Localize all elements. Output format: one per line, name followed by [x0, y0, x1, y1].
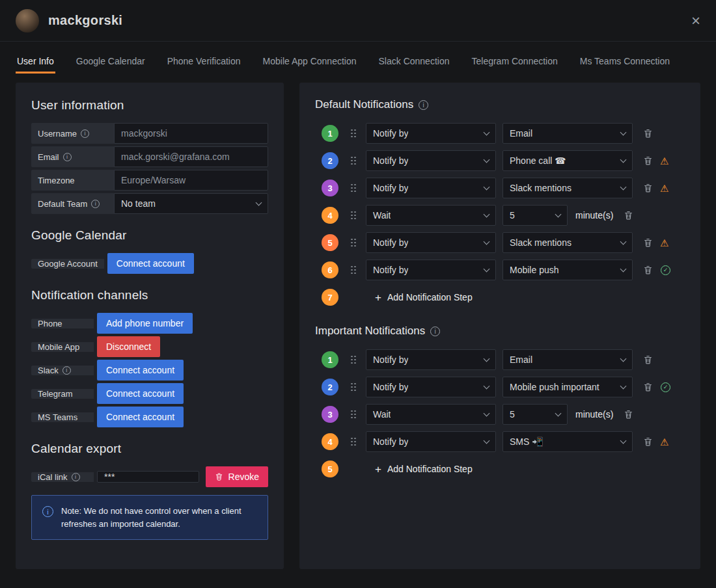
- default-team-field-row: Default Team No team: [31, 193, 268, 214]
- step-action-select[interactable]: Notify by: [366, 260, 496, 280]
- chevron-down-icon: [555, 410, 562, 417]
- chevron-down-icon: [620, 157, 627, 163]
- delete-step-button[interactable]: [642, 181, 654, 194]
- step-action-select[interactable]: Notify by: [366, 123, 496, 144]
- trash-icon: [624, 409, 633, 420]
- google-calendar-heading: Google Calendar: [31, 228, 268, 243]
- email-input[interactable]: mack.gorski@grafana.com: [114, 146, 268, 167]
- drag-handle-icon[interactable]: [350, 239, 357, 247]
- tab-bar: User Info Google Calendar Phone Verifica…: [0, 42, 716, 74]
- step-channel-select[interactable]: Phone call ☎: [503, 150, 633, 171]
- tab-telegram-connection[interactable]: Telegram Connection: [470, 52, 558, 74]
- chevron-down-icon: [484, 266, 490, 273]
- delete-step-button[interactable]: [642, 154, 654, 167]
- drag-handle-icon[interactable]: [350, 157, 357, 165]
- tab-phone-verification[interactable]: Phone Verification: [166, 52, 242, 74]
- mobile-app-disconnect-button[interactable]: Disconnect: [97, 336, 160, 357]
- google-connect-account-button[interactable]: Connect account: [107, 253, 194, 274]
- step-channel-select[interactable]: Mobile push: [503, 260, 633, 280]
- important-notifications-heading: Important Notifications: [315, 325, 685, 338]
- username-input[interactable]: mackgorski: [114, 123, 268, 144]
- delete-step-button[interactable]: [642, 353, 654, 366]
- default-team-label: Default Team: [31, 193, 114, 214]
- chevron-down-icon: [256, 200, 262, 206]
- step-channel-select[interactable]: Email: [503, 123, 633, 144]
- step-number-badge: 4: [322, 433, 338, 450]
- trash-icon: [643, 237, 653, 248]
- email-field-row: Email mack.gorski@grafana.com: [31, 146, 268, 167]
- drag-handle-icon[interactable]: [350, 410, 357, 419]
- trash-icon: [215, 472, 223, 481]
- delete-step-button[interactable]: [642, 381, 654, 394]
- timezone-field-row: Timezone Europe/Warsaw: [31, 170, 268, 191]
- drag-handle-icon[interactable]: [350, 356, 357, 364]
- step-channel-select[interactable]: SMS 📲: [503, 431, 633, 452]
- info-icon: [430, 327, 440, 336]
- step-action-select[interactable]: Wait: [366, 205, 496, 226]
- step-channel-select[interactable]: Slack mentions: [503, 232, 633, 253]
- warning-icon: [660, 183, 668, 193]
- ms-teams-label: MS Teams: [31, 412, 94, 422]
- step-channel-select[interactable]: Email: [503, 349, 633, 370]
- drag-handle-icon[interactable]: [350, 383, 357, 392]
- step-action-select[interactable]: Notify by: [366, 431, 496, 452]
- delete-step-button[interactable]: [642, 236, 654, 249]
- chevron-down-icon: [484, 129, 490, 136]
- add-notification-step-button[interactable]: Add Notification Step: [375, 292, 473, 303]
- delete-step-button[interactable]: [642, 127, 654, 140]
- delete-step-button[interactable]: [622, 209, 635, 222]
- chevron-down-icon: [484, 157, 490, 163]
- default-notifications-heading: Default Notifications: [315, 98, 685, 111]
- notification-step: 1 Notify by Email: [315, 123, 685, 144]
- drag-handle-icon[interactable]: [350, 438, 357, 446]
- wait-duration-select[interactable]: 5: [503, 205, 568, 226]
- ical-link-input[interactable]: ***: [97, 471, 199, 483]
- tab-ms-teams-connection[interactable]: Ms Teams Connection: [579, 52, 671, 74]
- add-step-row: 5 Add Notification Step: [315, 459, 685, 479]
- drag-handle-icon[interactable]: [350, 266, 357, 274]
- trash-icon: [624, 210, 633, 220]
- tab-google-calendar[interactable]: Google Calendar: [75, 52, 146, 74]
- delete-step-button[interactable]: [642, 435, 654, 448]
- revoke-button[interactable]: Revoke: [206, 466, 268, 487]
- slack-connect-account-button[interactable]: Connect account: [97, 360, 184, 381]
- step-number-badge: 1: [322, 125, 338, 142]
- default-team-select[interactable]: No team: [114, 193, 268, 214]
- drag-handle-icon[interactable]: [350, 184, 357, 193]
- step-action-select[interactable]: Wait: [366, 404, 496, 425]
- drag-handle-icon[interactable]: [350, 211, 357, 220]
- step-action-select[interactable]: Notify by: [366, 232, 496, 253]
- note-text: Note: We do not have control over when a…: [61, 505, 256, 530]
- tab-slack-connection[interactable]: Slack Connection: [378, 52, 451, 74]
- chevron-down-icon: [620, 184, 627, 191]
- step-action-select[interactable]: Notify by: [366, 377, 496, 397]
- slack-label: Slack: [31, 366, 94, 375]
- tab-user-info[interactable]: User Info: [16, 52, 55, 74]
- step-channel-select[interactable]: Mobile push important: [503, 377, 633, 397]
- trash-icon: [643, 265, 653, 275]
- chevron-down-icon: [484, 184, 490, 191]
- timezone-input[interactable]: Europe/Warsaw: [114, 170, 268, 191]
- step-action-select[interactable]: Notify by: [366, 178, 496, 198]
- delete-step-button[interactable]: [642, 263, 654, 276]
- add-notification-step-button[interactable]: Add Notification Step: [375, 464, 473, 475]
- chevron-down-icon: [620, 239, 627, 245]
- wait-duration-select[interactable]: 5: [503, 404, 568, 425]
- step-action-select[interactable]: Notify by: [366, 349, 496, 370]
- telegram-connect-account-button[interactable]: Connect account: [97, 383, 184, 404]
- notification-step: 1 Notify by Email: [315, 349, 685, 370]
- slack-channel-row: Slack Connect account: [31, 360, 268, 381]
- delete-step-button[interactable]: [622, 408, 635, 421]
- add-phone-number-button[interactable]: Add phone number: [97, 313, 193, 334]
- step-channel-select[interactable]: Slack mentions: [503, 178, 633, 198]
- success-check-icon: [661, 382, 670, 392]
- drag-handle-icon[interactable]: [350, 129, 357, 138]
- trash-icon: [643, 354, 653, 365]
- step-action-select[interactable]: Notify by: [366, 150, 496, 171]
- ms-teams-connect-account-button[interactable]: Connect account: [97, 407, 184, 427]
- close-icon[interactable]: ×: [691, 13, 700, 29]
- tab-mobile-app-connection[interactable]: Mobile App Connection: [262, 52, 358, 74]
- chevron-down-icon: [484, 356, 490, 362]
- chevron-down-icon: [484, 410, 490, 417]
- telegram-channel-row: Telegram Connect account: [31, 383, 268, 404]
